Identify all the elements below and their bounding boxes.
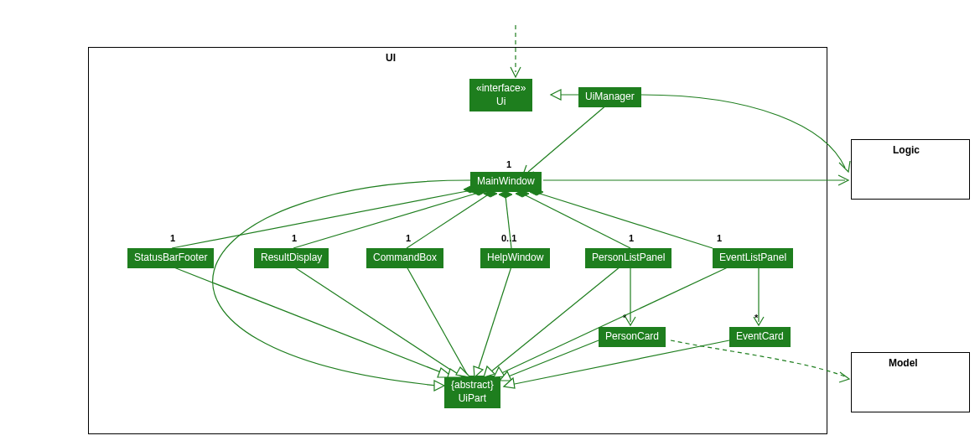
class-result-display-name: ResultDisplay (261, 252, 322, 263)
class-person-list-panel-name: PersonListPanel (592, 252, 665, 263)
class-ui-part: {abstract} UiPart (444, 376, 500, 408)
class-main-window-name: MainWindow (477, 175, 535, 187)
mult-status-bar-footer: 1 (170, 233, 175, 243)
stereotype-abstract: {abstract} (451, 379, 494, 391)
class-person-card: PersonCard (599, 327, 666, 347)
class-ui-part-name: UiPart (459, 392, 486, 404)
class-help-window: HelpWindow (480, 248, 550, 268)
mult-main-window: 1 (506, 159, 511, 169)
arrow-mainwindow-logic (838, 175, 848, 185)
mult-person-card: * (623, 313, 626, 323)
class-status-bar-footer: StatusBarFooter (127, 248, 214, 268)
class-main-window: MainWindow (470, 172, 542, 192)
class-status-bar-footer-name: StatusBarFooter (134, 252, 207, 263)
class-result-display: ResultDisplay (254, 248, 329, 268)
mult-event-list-panel: 1 (717, 233, 722, 243)
class-person-list-panel: PersonListPanel (585, 248, 671, 268)
class-event-card: EventCard (729, 327, 791, 347)
class-command-box-name: CommandBox (373, 252, 437, 263)
package-model-label: Model (889, 357, 918, 369)
arrow-uimanager-logic (839, 161, 850, 172)
class-ui-manager: UiManager (578, 87, 641, 107)
mult-help-window: 0..1 (501, 233, 516, 243)
mult-result-display: 1 (292, 233, 297, 243)
stereotype-interface: «interface» (476, 82, 526, 94)
package-logic-label: Logic (893, 144, 920, 156)
class-help-window-name: HelpWindow (487, 252, 543, 263)
class-event-list-panel-name: EventListPanel (719, 252, 786, 263)
class-command-box: CommandBox (366, 248, 443, 268)
mult-command-box: 1 (406, 233, 411, 243)
class-event-list-panel: EventListPanel (713, 248, 793, 268)
mult-event-card: * (754, 313, 758, 323)
package-ui-label: UI (386, 52, 396, 64)
class-event-card-name: EventCard (736, 330, 784, 342)
class-ui-interface-name: Ui (496, 96, 506, 107)
class-ui-manager-name: UiManager (585, 91, 635, 102)
arrow-cards-model (839, 372, 849, 382)
class-person-card-name: PersonCard (605, 330, 659, 342)
mult-person-list-panel: 1 (629, 233, 634, 243)
class-ui-interface: «interface» Ui (469, 79, 532, 112)
